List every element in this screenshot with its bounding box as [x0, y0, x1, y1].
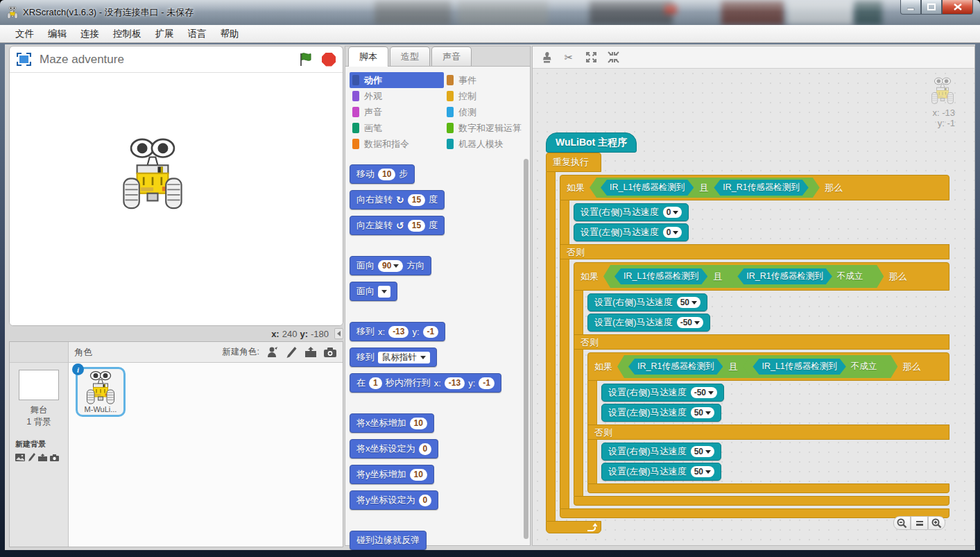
number-input[interactable]: -13	[445, 377, 465, 389]
camera-sprite-button[interactable]	[323, 345, 337, 359]
category-robot[interactable]: 机器人模块	[444, 136, 530, 152]
category-sensing[interactable]: 侦测	[444, 104, 530, 120]
and-operator[interactable]: IR_R1传感器检测到 且 IR_L1传感器检测到 不成立	[617, 355, 897, 378]
dropdown-menu[interactable]: 鼠标指针	[378, 352, 430, 363]
speed-dropdown[interactable]: 50	[691, 466, 714, 477]
upload-backdrop-button[interactable]	[38, 452, 47, 464]
zoom-in-button[interactable]	[928, 516, 945, 530]
number-input[interactable]: -1	[423, 326, 439, 338]
scissors-delete-icon[interactable]: ✂	[562, 51, 576, 65]
if-block-head[interactable]: 如果 IR_L1传感器检测到 且 IR_R1传感器检测到 那么	[560, 175, 949, 200]
tab-costumes[interactable]: 造型	[390, 46, 430, 66]
number-input[interactable]: 15	[408, 220, 425, 232]
set-left-motor-block[interactable]: 设置(左侧)马达速度 -50	[587, 314, 710, 332]
menu-language[interactable]: 语言	[181, 26, 214, 42]
menu-help[interactable]: 帮助	[214, 26, 246, 42]
new-sprite-from-library-button[interactable]	[265, 345, 279, 359]
menu-connect[interactable]: 连接	[74, 26, 106, 42]
tab-scripts[interactable]: 脚本	[348, 46, 388, 67]
speed-dropdown[interactable]: -50	[691, 387, 717, 398]
speed-dropdown[interactable]: 50	[691, 446, 714, 457]
speed-dropdown[interactable]: 50	[691, 407, 714, 418]
palette-block-change-y[interactable]: 将y坐标增加10	[350, 465, 434, 484]
zoom-out-button[interactable]	[893, 516, 911, 530]
not-operator[interactable]: IR_R1传感器检测到 不成立	[728, 267, 872, 286]
sensor-ir-l1[interactable]: IR_L1传感器检测到	[614, 268, 707, 284]
script-canvas[interactable]: x: -13 y: -1 WuLiBot 主程序 重复执行	[533, 69, 974, 545]
category-sound[interactable]: 声音	[350, 104, 444, 120]
hat-block-main-program[interactable]: WuLiBot 主程序	[546, 132, 637, 153]
category-data[interactable]: 数据和指令	[350, 136, 444, 152]
menu-extensions[interactable]: 扩展	[148, 26, 181, 42]
set-left-motor-block[interactable]: 设置(左侧)马达速度 0	[574, 223, 689, 241]
titlebar[interactable]: XRScratch(v1.6.3) - 没有连接串口 - 未保存	[0, 0, 980, 25]
if-block-head[interactable]: 如果 IR_R1传感器检测到 且 IR_L1传感器检测到	[587, 352, 949, 381]
number-input[interactable]: 10	[410, 418, 427, 429]
sensor-ir-l1[interactable]: IR_L1传感器检测到	[753, 359, 845, 375]
palette-block-turn-right[interactable]: 向右旋转↻15度	[350, 190, 445, 209]
stop-button[interactable]	[322, 53, 336, 67]
set-right-motor-block[interactable]: 设置(右侧)马达速度 50	[587, 293, 707, 311]
category-operators[interactable]: 数字和逻辑运算	[444, 120, 530, 136]
if-block-head[interactable]: 如果 IR_L1传感器检测到 且 IR_R1传感器检测到	[574, 262, 949, 291]
palette-block-go-to-mouse[interactable]: 移到鼠标指针	[350, 348, 437, 367]
maximize-button[interactable]	[921, 0, 942, 15]
menu-board[interactable]: 控制板	[106, 26, 148, 42]
number-input[interactable]: 10	[378, 169, 395, 180]
collapse-stage-button[interactable]	[334, 328, 343, 339]
and-operator[interactable]: IR_L1传感器检测到 且 IR_R1传感器检测到	[590, 178, 820, 198]
speed-dropdown[interactable]: 0	[663, 207, 682, 218]
number-input[interactable]: -13	[388, 326, 409, 338]
palette-block-go-to-xy[interactable]: 移到x:-13y:-1	[350, 322, 445, 341]
set-right-motor-block[interactable]: 设置(右侧)马达速度 50	[601, 443, 721, 461]
stage-sprite-robot[interactable]	[119, 137, 186, 212]
palette-block-point-in-direction[interactable]: 面向90方向	[350, 256, 431, 275]
grow-sprite-icon[interactable]	[584, 51, 598, 65]
number-input[interactable]: 1	[369, 377, 382, 389]
category-events[interactable]: 事件	[444, 72, 530, 88]
sprite-tile-mwulibot[interactable]: i M-WuLi...	[76, 367, 126, 417]
sensor-ir-l1[interactable]: IR_L1传感器检测到	[601, 180, 694, 196]
category-control[interactable]: 控制	[444, 88, 530, 104]
dropdown-input[interactable]: 90	[378, 260, 403, 272]
palette-block-turn-left[interactable]: 向左旋转↺15度	[350, 216, 445, 235]
category-pen[interactable]: 画笔	[350, 120, 444, 136]
and-operator[interactable]: IR_L1传感器检测到 且 IR_R1传感器检测到 不成立	[603, 265, 884, 288]
number-input[interactable]: 0	[419, 443, 432, 455]
stage-view[interactable]	[10, 73, 343, 325]
else-bar[interactable]: 否则	[560, 244, 949, 259]
speed-dropdown[interactable]: -50	[677, 317, 703, 328]
number-input[interactable]: 15	[408, 194, 425, 206]
sprite-info-icon[interactable]: i	[72, 363, 84, 375]
set-right-motor-block[interactable]: 设置(右侧)马达速度 0	[574, 203, 689, 221]
zoom-reset-button[interactable]	[911, 516, 928, 530]
sensor-ir-r1[interactable]: IR_R1传感器检测到	[737, 268, 832, 284]
speed-dropdown[interactable]: 0	[663, 227, 682, 238]
sensor-ir-r1[interactable]: IR_R1传感器检测到	[714, 180, 808, 196]
stamp-duplicate-icon[interactable]	[540, 51, 553, 65]
forever-block-head[interactable]: 重复执行	[546, 153, 601, 172]
fullscreen-icon[interactable]	[17, 53, 31, 66]
set-left-motor-block[interactable]: 设置(左侧)马达速度 50	[601, 404, 721, 422]
category-looks[interactable]: 外观	[350, 88, 444, 104]
else-bar[interactable]: 否则	[587, 425, 949, 440]
number-input[interactable]: 0	[419, 495, 432, 506]
shrink-sprite-icon[interactable]	[606, 51, 620, 65]
set-right-motor-block[interactable]: 设置(右侧)马达速度 -50	[601, 384, 724, 402]
dropdown-menu[interactable]	[378, 286, 390, 298]
else-bar[interactable]: 否则	[574, 334, 949, 350]
camera-backdrop-button[interactable]	[50, 452, 59, 464]
palette-block-bounce-on-edge[interactable]: 碰到边缘就反弹	[350, 531, 427, 550]
menu-file[interactable]: 文件	[8, 26, 41, 42]
category-motion[interactable]: 动作	[350, 72, 444, 88]
backdrop-from-library-button[interactable]	[15, 452, 25, 464]
number-input[interactable]: -1	[479, 377, 495, 389]
upload-sprite-button[interactable]	[304, 345, 318, 359]
tab-sounds[interactable]: 声音	[431, 46, 472, 66]
minimize-button[interactable]	[900, 0, 921, 15]
palette-block-move-steps[interactable]: 移动10步	[350, 164, 415, 184]
palette-block-set-y[interactable]: 将y坐标设定为0	[350, 490, 438, 510]
palette-block-glide-to-xy[interactable]: 在1秒内滑行到x:-13y:-1	[350, 373, 501, 393]
number-input[interactable]: 10	[410, 469, 427, 481]
close-button[interactable]	[942, 0, 973, 15]
